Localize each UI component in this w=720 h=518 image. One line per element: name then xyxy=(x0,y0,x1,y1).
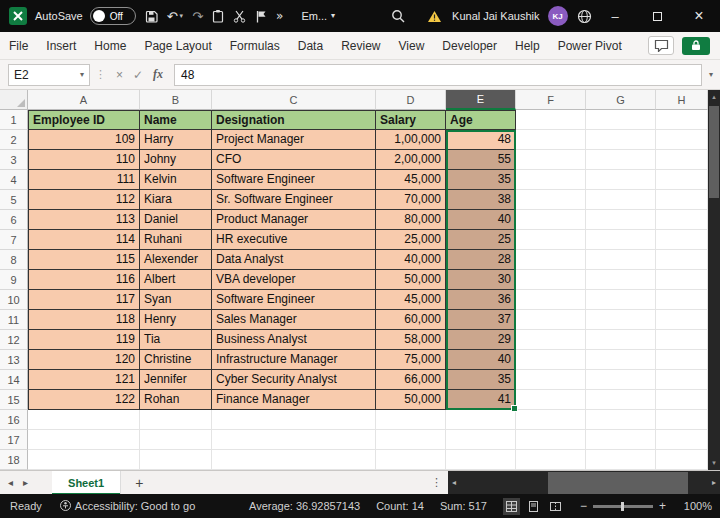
comments-button[interactable] xyxy=(648,36,674,55)
minimize-button[interactable]: – xyxy=(594,0,636,32)
cell-G12[interactable] xyxy=(586,330,656,350)
cell-F16[interactable] xyxy=(516,410,586,430)
cell-B3[interactable]: Johny xyxy=(140,150,212,170)
cell-A8[interactable]: 115 xyxy=(28,250,140,270)
horizontal-scrollbar[interactable]: ◂ ▸ xyxy=(448,471,720,495)
row-header-3[interactable]: 3 xyxy=(0,150,28,170)
cell-F7[interactable] xyxy=(516,230,586,250)
cell-D1[interactable]: Salary xyxy=(376,110,446,130)
cell-A5[interactable]: 112 xyxy=(28,190,140,210)
cell-E15[interactable]: 41 xyxy=(446,390,516,410)
undo-icon[interactable]: ↶ xyxy=(167,10,178,23)
cell-H3[interactable] xyxy=(656,150,708,170)
cell-G4[interactable] xyxy=(586,170,656,190)
redo-icon[interactable]: ↷ xyxy=(192,10,203,23)
cell-H2[interactable] xyxy=(656,130,708,150)
cell-H6[interactable] xyxy=(656,210,708,230)
maximize-button[interactable] xyxy=(636,0,678,32)
cell-D2[interactable]: 1,00,000 xyxy=(376,130,446,150)
insert-function-button[interactable]: fx xyxy=(153,67,163,82)
cell-F2[interactable] xyxy=(516,130,586,150)
ribbon-tab-data[interactable]: Data xyxy=(289,32,332,59)
cell-D5[interactable]: 70,000 xyxy=(376,190,446,210)
cell-A10[interactable]: 117 xyxy=(28,290,140,310)
cell-E16[interactable] xyxy=(446,410,516,430)
cell-A13[interactable]: 120 xyxy=(28,350,140,370)
cell-F17[interactable] xyxy=(516,430,586,450)
search-icon[interactable] xyxy=(391,9,405,23)
user-name[interactable]: Kunal Jai Kaushik xyxy=(452,10,539,22)
horizontal-scroll-track[interactable] xyxy=(460,471,708,495)
cell-G3[interactable] xyxy=(586,150,656,170)
scissors-icon[interactable] xyxy=(233,10,246,23)
cell-F18[interactable] xyxy=(516,450,586,470)
cell-E11[interactable]: 37 xyxy=(446,310,516,330)
sheet-nav-right-icon[interactable]: ▸ xyxy=(23,477,28,488)
cell-H10[interactable] xyxy=(656,290,708,310)
normal-view-button[interactable] xyxy=(503,498,520,515)
cell-A3[interactable]: 110 xyxy=(28,150,140,170)
row-header-13[interactable]: 13 xyxy=(0,350,28,370)
cell-C13[interactable]: Infrastructure Manager xyxy=(212,350,376,370)
cell-B17[interactable] xyxy=(140,430,212,450)
row-header-4[interactable]: 4 xyxy=(0,170,28,190)
cell-C15[interactable]: Finance Manager xyxy=(212,390,376,410)
page-layout-view-button[interactable] xyxy=(525,498,542,515)
cell-A6[interactable]: 113 xyxy=(28,210,140,230)
cell-G14[interactable] xyxy=(586,370,656,390)
cell-H1[interactable] xyxy=(656,110,708,130)
ribbon-tab-review[interactable]: Review xyxy=(332,32,389,59)
cell-D6[interactable]: 80,000 xyxy=(376,210,446,230)
cell-C7[interactable]: HR executive xyxy=(212,230,376,250)
row-header-6[interactable]: 6 xyxy=(0,210,28,230)
cell-C12[interactable]: Business Analyst xyxy=(212,330,376,350)
cell-E8[interactable]: 28 xyxy=(446,250,516,270)
cell-D17[interactable] xyxy=(376,430,446,450)
document-title[interactable]: Em... ▾ xyxy=(301,10,335,22)
row-header-7[interactable]: 7 xyxy=(0,230,28,250)
cell-C4[interactable]: Software Engineer xyxy=(212,170,376,190)
cell-A14[interactable]: 121 xyxy=(28,370,140,390)
expand-formula-bar-icon[interactable]: ▾ xyxy=(702,70,720,79)
cell-H4[interactable] xyxy=(656,170,708,190)
row-header-15[interactable]: 15 xyxy=(0,390,28,410)
add-sheet-button[interactable]: + xyxy=(135,475,143,491)
cell-A15[interactable]: 122 xyxy=(28,390,140,410)
name-box[interactable]: E2 ▾ xyxy=(8,64,90,86)
ribbon-tab-power-pivot[interactable]: Power Pivot xyxy=(549,32,631,59)
cell-H7[interactable] xyxy=(656,230,708,250)
cell-G2[interactable] xyxy=(586,130,656,150)
cell-A12[interactable]: 119 xyxy=(28,330,140,350)
cell-E10[interactable]: 36 xyxy=(446,290,516,310)
cell-D13[interactable]: 75,000 xyxy=(376,350,446,370)
cell-F10[interactable] xyxy=(516,290,586,310)
ribbon-tab-page-layout[interactable]: Page Layout xyxy=(135,32,220,59)
cell-E17[interactable] xyxy=(446,430,516,450)
cell-B10[interactable]: Syan xyxy=(140,290,212,310)
cell-E13[interactable]: 40 xyxy=(446,350,516,370)
row-header-17[interactable]: 17 xyxy=(0,430,28,450)
cell-D16[interactable] xyxy=(376,410,446,430)
row-header-8[interactable]: 8 xyxy=(0,250,28,270)
cell-F12[interactable] xyxy=(516,330,586,350)
cell-H9[interactable] xyxy=(656,270,708,290)
cell-B14[interactable]: Jennifer xyxy=(140,370,212,390)
cell-H16[interactable] xyxy=(656,410,708,430)
cell-H15[interactable] xyxy=(656,390,708,410)
cell-G1[interactable] xyxy=(586,110,656,130)
zoom-slider-thumb[interactable] xyxy=(621,502,624,511)
cell-C3[interactable]: CFO xyxy=(212,150,376,170)
cell-H13[interactable] xyxy=(656,350,708,370)
cell-B12[interactable]: Tia xyxy=(140,330,212,350)
column-header-F[interactable]: F xyxy=(516,90,586,110)
cell-E2[interactable]: 48 xyxy=(446,130,516,150)
undo-dropdown-icon[interactable]: ▾ xyxy=(180,13,184,20)
cell-A9[interactable]: 116 xyxy=(28,270,140,290)
cell-B15[interactable]: Rohan xyxy=(140,390,212,410)
cell-E18[interactable] xyxy=(446,450,516,470)
cell-H5[interactable] xyxy=(656,190,708,210)
cell-B18[interactable] xyxy=(140,450,212,470)
cell-G13[interactable] xyxy=(586,350,656,370)
ribbon-tab-developer[interactable]: Developer xyxy=(433,32,506,59)
fill-handle[interactable] xyxy=(511,405,518,412)
